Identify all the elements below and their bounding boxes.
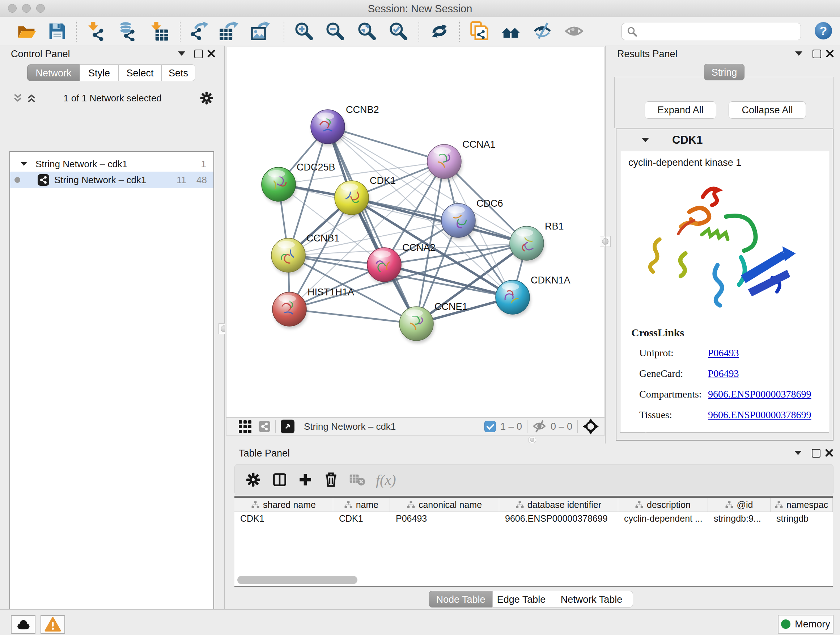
cloud-status-button[interactable]: [11, 615, 35, 634]
tab-select[interactable]: Select: [118, 65, 162, 81]
table-cell[interactable]: stringdb:9...: [708, 512, 771, 525]
zoom-selected-icon[interactable]: [388, 21, 408, 41]
control-panel-close-icon[interactable]: [207, 49, 216, 58]
table-cell[interactable]: P06493: [390, 512, 499, 525]
tree-expand-icon[interactable]: [21, 162, 27, 166]
crosslink-link[interactable]: P06493: [708, 430, 739, 433]
network-node-CDK1[interactable]: [335, 181, 370, 217]
table-panel-menu-icon[interactable]: [794, 451, 802, 455]
crosslink-link[interactable]: P06493: [708, 347, 739, 359]
tab-sets[interactable]: Sets: [161, 65, 195, 81]
network-node-HIST1H1A[interactable]: [272, 292, 308, 329]
table-cell[interactable]: stringdb: [771, 512, 833, 525]
crosslink-link[interactable]: P06493: [708, 368, 739, 379]
column-type-icon: [407, 501, 415, 508]
network-canvas[interactable]: CCNB2CCNA1CDC25BCDK1CDC6RB1CCNB1CCNA2CDK…: [226, 47, 605, 417]
table-panel-close-icon[interactable]: [825, 448, 834, 457]
search-input[interactable]: [641, 26, 801, 38]
tab-style[interactable]: Style: [80, 65, 118, 81]
tab-string[interactable]: String: [704, 64, 745, 80]
crosslink-link[interactable]: 9606.ENSP00000378699: [708, 409, 811, 421]
table-cell[interactable]: CDK1: [333, 512, 390, 525]
delete-table-icon[interactable]: [349, 472, 366, 487]
clone-network-icon[interactable]: [470, 21, 489, 41]
table-gear-icon[interactable]: [245, 471, 262, 488]
network-node-RB1[interactable]: [510, 226, 545, 263]
first-neighbors-icon[interactable]: [501, 21, 521, 41]
zoom-in-icon[interactable]: [294, 21, 314, 41]
results-panel-close-icon[interactable]: [826, 49, 834, 58]
export-network-icon[interactable]: [189, 21, 209, 41]
results-panel-menu-icon[interactable]: [795, 51, 802, 56]
show-all-icon[interactable]: [564, 21, 584, 41]
import-database-icon[interactable]: [118, 21, 137, 41]
crosslink-row: GeneCard: P06493: [639, 363, 827, 384]
open-session-icon[interactable]: [17, 21, 36, 41]
results-panel-float-icon[interactable]: [813, 50, 821, 58]
save-session-icon[interactable]: [47, 21, 67, 41]
refresh-icon[interactable]: [430, 21, 449, 41]
export-table-icon[interactable]: [219, 21, 238, 41]
network-node-CDC25B[interactable]: [262, 167, 297, 204]
network-edge[interactable]: [289, 309, 416, 324]
show-columns-icon[interactable]: [272, 472, 287, 488]
column-header-database-identifier[interactable]: database identifier: [499, 498, 618, 511]
delete-column-icon[interactable]: [323, 472, 339, 488]
grid-view-icon[interactable]: [239, 420, 251, 433]
tab-network-table[interactable]: Network Table: [550, 591, 633, 608]
expand-all-button[interactable]: Expand All: [645, 101, 716, 119]
table-panel-float-icon[interactable]: [812, 449, 821, 458]
memory-button[interactable]: Memory: [778, 615, 834, 633]
table-hscrollbar[interactable]: [237, 576, 830, 585]
column-header-namespac[interactable]: namespac: [771, 498, 833, 511]
node-table: shared name name canonical name database…: [234, 496, 833, 587]
table-cell[interactable]: CDK1: [234, 512, 333, 525]
network-row-selected[interactable]: String Network – cdk1 11 48: [10, 172, 213, 188]
column-header-canonical-name[interactable]: canonical name: [390, 498, 499, 511]
crosslink-label: Compartments:: [639, 388, 708, 400]
column-header--id[interactable]: @id: [708, 498, 771, 511]
column-header-name[interactable]: name: [333, 498, 390, 511]
tab-node-table[interactable]: Node Table: [429, 591, 493, 608]
crosslink-link[interactable]: 9606.ENSP00000378699: [708, 388, 811, 400]
zoom-out-icon[interactable]: [325, 21, 345, 41]
column-type-icon: [775, 501, 783, 508]
network-node-CCNA1[interactable]: [427, 144, 462, 181]
network-node-CDKN1A[interactable]: [496, 280, 531, 317]
table-row[interactable]: CDK1CDK1P064939606.ENSP00000378699cyclin…: [234, 512, 833, 525]
network-node-CCNB1[interactable]: [271, 238, 306, 275]
column-header-shared-name[interactable]: shared name: [234, 498, 333, 511]
zoom-fit-icon[interactable]: [357, 21, 377, 41]
table-cell[interactable]: cyclin-dependent ...: [618, 512, 708, 525]
add-column-icon[interactable]: [298, 472, 313, 487]
table-cell[interactable]: 9606.ENSP00000378699: [499, 512, 618, 525]
birds-eye-view-icon[interactable]: [281, 420, 294, 433]
control-panel-float-icon[interactable]: [194, 50, 203, 58]
network-collection-row[interactable]: String Network – cdk1 1: [10, 157, 213, 172]
pan-crosshair-icon[interactable]: [583, 418, 599, 434]
control-panel-menu-icon[interactable]: [178, 51, 185, 56]
selected-nodes-checkbox[interactable]: [485, 421, 496, 432]
section-collapse-icon[interactable]: [642, 138, 649, 142]
import-table-icon[interactable]: [150, 21, 169, 41]
network-options-gear-icon[interactable]: [199, 90, 214, 106]
network-node-CDC6[interactable]: [441, 203, 477, 240]
network-node-label: CDK1: [370, 175, 396, 186]
window-titlebar: Session: New Session: [0, 0, 840, 17]
tab-edge-table[interactable]: Edge Table: [493, 591, 550, 608]
panel-resize-grip[interactable]: [528, 437, 536, 443]
function-builder-icon[interactable]: f(x): [376, 471, 396, 488]
collapse-all-button[interactable]: Collapse All: [729, 101, 806, 119]
tab-network[interactable]: Network: [27, 65, 80, 81]
export-image-icon[interactable]: [250, 21, 270, 41]
warning-status-button[interactable]: [41, 615, 65, 634]
network-badge-icon[interactable]: [259, 421, 270, 432]
network-node-CCNE1[interactable]: [399, 307, 434, 343]
import-network-icon[interactable]: [88, 21, 107, 41]
gene-section-header[interactable]: CDK1: [616, 129, 833, 151]
help-icon[interactable]: ?: [815, 22, 832, 40]
collection-count: 1: [201, 158, 206, 170]
network-node-CCNA2[interactable]: [367, 248, 402, 284]
hide-selected-icon[interactable]: [533, 21, 553, 41]
column-header-description[interactable]: description: [618, 498, 708, 511]
